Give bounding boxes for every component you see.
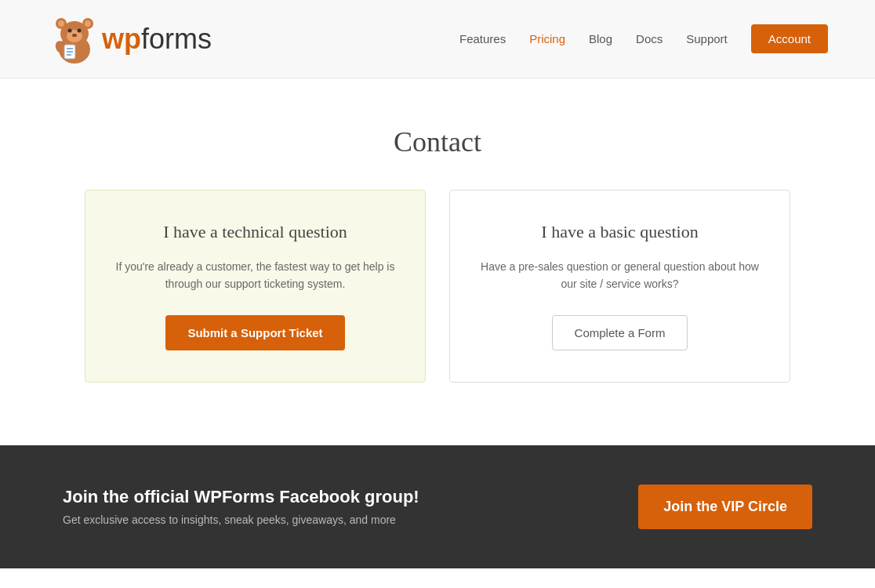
svg-point-8 [78, 28, 82, 32]
main-nav: Features Pricing Blog Docs Support Accou… [459, 24, 828, 53]
technical-card-heading: I have a technical question [109, 222, 401, 242]
logo-wp: wp [102, 23, 141, 56]
svg-point-3 [58, 20, 64, 27]
basic-card-description: Have a pre-sales question or general que… [474, 258, 766, 293]
footer-banner-text: Join the official WPForms Facebook group… [63, 487, 419, 526]
submit-ticket-button[interactable]: Submit a Support Ticket [165, 315, 344, 350]
cards-container: I have a technical question If you're al… [85, 190, 790, 383]
account-button[interactable]: Account [751, 24, 828, 53]
technical-card-description: If you're already a customer, the fastes… [109, 258, 401, 293]
footer-banner: Join the official WPForms Facebook group… [0, 445, 875, 568]
technical-question-card: I have a technical question If you're al… [85, 190, 426, 383]
svg-point-7 [68, 28, 72, 32]
svg-point-9 [72, 34, 77, 37]
svg-point-5 [85, 20, 91, 27]
complete-form-button[interactable]: Complete a Form [552, 315, 688, 350]
nav-blog[interactable]: Blog [589, 32, 612, 45]
main-content: Contact I have a technical question If y… [0, 78, 875, 445]
page-title: Contact [47, 125, 828, 158]
logo: wpforms [47, 12, 212, 67]
nav-support[interactable]: Support [686, 32, 728, 45]
footer-banner-heading: Join the official WPForms Facebook group… [63, 487, 419, 507]
nav-docs[interactable]: Docs [636, 32, 663, 45]
bear-mascot-icon [47, 12, 102, 67]
logo-forms: forms [141, 23, 212, 56]
vip-circle-button[interactable]: Join the VIP Circle [638, 485, 812, 529]
basic-question-card: I have a basic question Have a pre-sales… [449, 190, 790, 383]
footer-banner-sub: Get exclusive access to insights, sneak … [63, 514, 419, 526]
basic-card-heading: I have a basic question [474, 222, 766, 242]
nav-features[interactable]: Features [459, 32, 506, 45]
header: wpforms Features Pricing Blog Docs Suppo… [0, 0, 875, 78]
nav-pricing[interactable]: Pricing [529, 32, 565, 45]
